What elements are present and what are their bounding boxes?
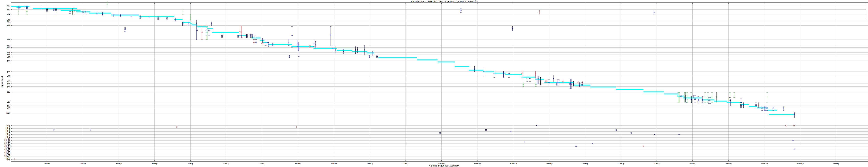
y-tick-label: q26 [7, 91, 10, 93]
y-tick-label: q25 [7, 85, 10, 88]
y-tick-label: p21 [7, 25, 10, 27]
legend-entry-fhcrc: FHCRC [866, 16, 868, 18]
legend-entry-sc: SC [866, 12, 868, 14]
plot-canvas: 10Mbp20Mbp30Mbp40Mbp50Mbp60Mbp70Mbp80Mbp… [0, 0, 868, 167]
legend-entry-lanl: LANL [866, 6, 868, 8]
y-tick-label: q13 [7, 60, 10, 62]
legend-entry-csmc: CSMC [866, 4, 868, 6]
y-tick-label: p26 [7, 5, 10, 7]
y-tick-label: q27 [7, 101, 10, 103]
y-tick-label: qter [5, 112, 10, 114]
y-tick-label: chrY [5, 159, 10, 161]
y-tick-label: p24 [7, 13, 10, 16]
assembly-staircase [11, 6, 795, 115]
y-tick-label: p25 [7, 8, 10, 10]
y-tick-label: q29 [7, 107, 10, 109]
legend-box: CSMCLANLNCIRPCISCUCSFFHCRC [866, 3, 868, 19]
y-tick-label: q24 [7, 82, 10, 85]
chart-page: Chromosome 3 FISH Markers vs Genome Sequ… [0, 0, 868, 167]
series-fhcrc [18, 6, 795, 150]
y-tick-label: p12 [7, 47, 10, 49]
legend-entry-rpci: RPCI [866, 10, 868, 12]
y-tick-label: q22 [7, 75, 10, 77]
y-tick-label: q28 [7, 105, 10, 107]
legend-entry-nci: NCI [866, 8, 868, 10]
y-tick-label: q12 [7, 56, 10, 58]
legend-entry-ucsf: UCSF [866, 14, 868, 16]
y-tick-label: p14 [7, 38, 10, 40]
x-axis-label: Genome Sequence Assembly [0, 165, 868, 167]
series-lanl [106, 2, 208, 39]
y-tick-label: q21 [7, 71, 10, 73]
y-tick-label: q11 [7, 53, 10, 55]
y-tick-label: p22 [7, 21, 10, 23]
